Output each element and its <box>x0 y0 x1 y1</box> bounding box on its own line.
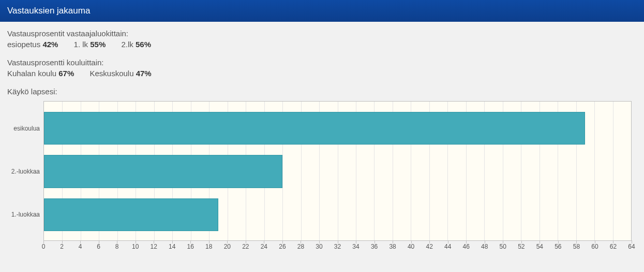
byschool-item-label: Kuhalan koulu <box>7 69 56 78</box>
chart-x-tick-label: 10 <box>132 243 139 250</box>
byschool-heading: Vastausprosentti kouluittain: <box>7 58 637 67</box>
chart-bar-row: 2.-luokkaa <box>44 155 631 188</box>
chart-x-tick-label: 36 <box>371 243 378 250</box>
chart-x-tick-label: 56 <box>555 243 561 250</box>
byclass-heading: Vastausprosentit vastaajaluokittain: <box>7 29 637 38</box>
chart-bar <box>44 112 585 145</box>
byschool-item-label: Keskuskoulu <box>89 69 133 78</box>
chart-plot-area: esikoulua2.-luokkaa1.-luokkaa <box>43 101 632 241</box>
chart-x-tick-label: 2 <box>60 243 64 250</box>
byclass-item: 1. lk 55% <box>74 40 108 49</box>
byclass-item-value: 42% <box>42 40 58 49</box>
chart-x-tick-label: 6 <box>97 243 100 250</box>
chart-x-tick-label: 62 <box>610 243 617 250</box>
chart-x-tick-label: 0 <box>42 243 46 250</box>
chart-x-tick-label: 14 <box>169 243 175 250</box>
byclass-item-value: 56% <box>136 40 151 49</box>
chart-x-tick-label: 28 <box>297 243 304 250</box>
chart-x-tick-label: 40 <box>408 243 414 250</box>
chart-x-tick-label: 22 <box>242 243 249 250</box>
chart-x-tick-label: 46 <box>463 243 470 250</box>
byschool-row: Kuhalan koulu 67% Keskuskoulu 47% <box>7 69 637 78</box>
byschool-item-value: 47% <box>136 69 152 78</box>
chart-x-tick-label: 20 <box>224 243 231 250</box>
byschool-item: Kuhalan koulu 67% <box>7 69 76 78</box>
chart-x-tick-label: 58 <box>573 243 580 250</box>
chart-y-label: 2.-luokkaa <box>4 168 40 175</box>
byschool-item: Keskuskoulu 47% <box>89 69 151 78</box>
chart-x-tick-label: 34 <box>352 243 359 250</box>
chart-x-tick-label: 16 <box>187 243 194 250</box>
chart-x-tick-label: 18 <box>205 243 212 250</box>
chart-x-axis: 0246810121416182022242628303234363840424… <box>43 241 632 252</box>
chart-x-tick-label: 8 <box>115 243 119 250</box>
chart-bar <box>44 155 282 188</box>
section-title: Vastauksien jakauma <box>7 6 90 16</box>
chart: esikoulua2.-luokkaa1.-luokkaa 0246810121… <box>43 101 632 252</box>
chart-x-tick-label: 12 <box>151 243 157 250</box>
byclass-item-label: 2.lk <box>121 40 133 49</box>
chart-y-label: esikoulua <box>4 125 40 132</box>
chart-bar-row: esikoulua <box>44 112 631 145</box>
byclass-item: 2.lk 56% <box>121 40 151 49</box>
chart-x-tick-label: 24 <box>261 243 267 250</box>
section-header: Vastauksien jakauma <box>0 0 644 22</box>
chart-x-tick-label: 38 <box>389 243 396 250</box>
byclass-item-label: 1. lk <box>74 40 88 49</box>
content-body: Vastausprosentit vastaajaluokittain: esi… <box>0 22 644 252</box>
chart-x-tick-label: 30 <box>316 243 322 250</box>
byclass-item-label: esiopetus <box>7 40 40 49</box>
chart-bar-row: 1.-luokkaa <box>44 198 631 231</box>
byclass-row: esiopetus 42% 1. lk 55% 2.lk 56% <box>7 40 637 49</box>
chart-x-tick-label: 60 <box>591 243 598 250</box>
chart-bar <box>44 198 218 231</box>
chart-x-tick-label: 64 <box>628 243 635 250</box>
chart-x-tick-label: 32 <box>334 243 341 250</box>
chart-x-tick-label: 26 <box>279 243 286 250</box>
byclass-item-value: 55% <box>90 40 106 49</box>
chart-x-tick-label: 52 <box>518 243 525 250</box>
chart-x-tick-label: 48 <box>481 243 488 250</box>
byschool-item-value: 67% <box>58 69 74 78</box>
chart-x-tick-label: 42 <box>426 243 432 250</box>
chart-y-label: 1.-luokkaa <box>4 211 40 218</box>
chart-x-tick-label: 54 <box>536 243 543 250</box>
question-text: Käykö lapsesi: <box>7 87 637 96</box>
byclass-item: esiopetus 42% <box>7 40 61 49</box>
chart-x-tick-label: 50 <box>500 243 506 250</box>
chart-x-tick-label: 4 <box>79 243 82 250</box>
chart-x-tick-label: 44 <box>444 243 451 250</box>
